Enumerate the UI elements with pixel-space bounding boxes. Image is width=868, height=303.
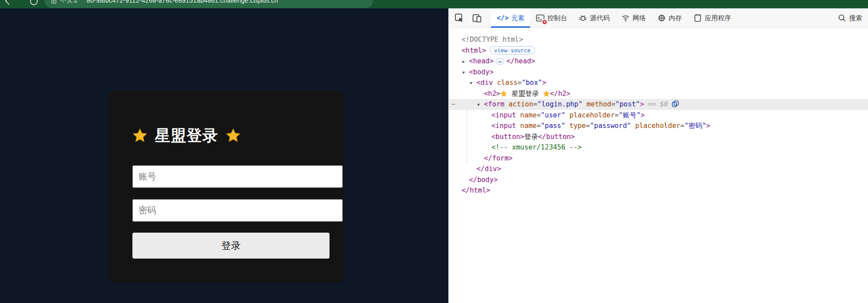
token-tag: > [640, 100, 644, 108]
twisty-down-icon[interactable]: ▼ [462, 67, 469, 78]
star-icon [500, 90, 507, 98]
console-error-badge: ✕ [542, 19, 548, 25]
code-line[interactable]: </body> [449, 175, 868, 186]
tab-label: 源代码 [590, 14, 610, 22]
tab-label: 应用程序 [705, 14, 731, 22]
twisty-down-icon[interactable]: ▼ [477, 99, 484, 110]
token-tag: </button> [538, 133, 575, 141]
token-comment: <!-- xmuser/123456 --> [491, 143, 582, 151]
twisty-down-icon[interactable]: ▼ [470, 78, 476, 89]
tab-elements[interactable]: </>元素 [491, 8, 530, 28]
token-val: "login.php" [537, 100, 582, 108]
code-line[interactable]: <!DOCTYPE html> [449, 34, 868, 45]
reload-icon[interactable] [29, 0, 39, 6]
code-line[interactable]: </div> [449, 164, 868, 175]
token-tag: <h2> [484, 90, 500, 98]
password-input[interactable] [132, 199, 343, 222]
twisty-right-icon[interactable]: ▶ [462, 56, 469, 67]
indent-guide [467, 110, 467, 163]
login-box: 星盟登录 登录 [109, 91, 344, 283]
token-attr: type [565, 122, 586, 130]
tab-label: 控制台 [547, 14, 567, 22]
token-eq: = [537, 111, 541, 119]
token-eq: = [611, 100, 615, 108]
code-line[interactable]: <html>view-source [449, 45, 868, 56]
token-doctype: <!DOCTYPE html> [461, 36, 523, 44]
dom-tree: <!DOCTYPE html><html>view-source▶<head>…… [449, 28, 868, 196]
back-icon[interactable] [3, 0, 12, 6]
token-tag: > [542, 79, 546, 87]
code-line[interactable]: ▼<div class="box"> [449, 77, 868, 88]
page-title-text: 星盟登录 [155, 125, 218, 146]
token-tag: </head> [506, 57, 535, 65]
token-tag: </body> [469, 176, 498, 184]
token-tag: <body> [469, 68, 494, 76]
browser-address-bar: 不安全 80-9afbc472-9112-4268-a78c-e89151ab4… [0, 0, 868, 8]
tab-application[interactable]: 应用程序 [688, 8, 737, 28]
code-line[interactable]: </html> [449, 185, 868, 196]
token-attr: class [493, 79, 517, 87]
token-tag: > [641, 111, 645, 119]
site-info-icon[interactable] [51, 0, 57, 4]
token-val: "账号" [619, 111, 641, 119]
code-line[interactable]: <button>登录</button> [449, 131, 868, 142]
tab-search[interactable]: 搜索 [832, 8, 868, 28]
console-icon: ✕ [536, 14, 545, 22]
token-eq: = [586, 122, 590, 130]
token-tag: <div [476, 79, 493, 87]
token-tag: <form [484, 100, 505, 108]
code-line[interactable]: ⋯▼<form action="login.php" method="post"… [449, 99, 868, 110]
token-attr: placeholder [631, 122, 680, 130]
page-title: 星盟登录 [132, 127, 344, 144]
code-line[interactable]: <input name="pass" type="password" place… [449, 120, 868, 131]
network-icon [621, 14, 630, 22]
code-line[interactable]: <h2> 星盟登录 </h2> [449, 88, 868, 99]
code-line[interactable]: <!-- xmuser/123456 --> [449, 142, 868, 153]
device-toolbar-icon[interactable] [468, 8, 486, 28]
tab-label: 元素 [511, 14, 524, 22]
token-eq: = [517, 79, 521, 87]
inspect-element-icon[interactable] [450, 8, 468, 28]
token-val: "user" [541, 111, 565, 119]
code-line[interactable]: ▼<body> [449, 67, 868, 78]
token-tag: </html> [461, 186, 490, 194]
tab-console[interactable]: ✕控制台 [530, 8, 573, 28]
token-tag: <button> [491, 133, 524, 141]
search-icon [838, 14, 846, 22]
token-tag: </h2> [550, 90, 571, 98]
url-text: 80-9afbc472-9112-4268-a78c-e89151ab4861.… [87, 0, 278, 4]
security-label: 不安全 [60, 0, 79, 4]
sources-icon [579, 14, 587, 22]
token-text: 星盟登录 [507, 90, 543, 98]
view-source-badge[interactable]: view-source [490, 46, 535, 55]
token-eq: = [537, 122, 541, 130]
token-eq: = [615, 111, 619, 119]
token-tag: > [706, 122, 710, 130]
token-tag: <head> [469, 57, 494, 65]
login-button[interactable]: 登录 [132, 233, 330, 259]
token-attr: name [516, 111, 537, 119]
more-actions-dots[interactable]: ⋯ [451, 99, 456, 110]
token-val: "box" [522, 79, 542, 87]
tab-label: 网络 [633, 14, 646, 22]
star-icon [543, 90, 550, 98]
tab-sources[interactable]: 源代码 [573, 8, 615, 28]
inline-expand-button[interactable]: … [496, 58, 504, 65]
devtools-tabs: </>元素✕控制台源代码网络内存应用程序搜索 [491, 8, 868, 28]
elements-icon: </> [497, 14, 509, 22]
token-attr: name [516, 122, 537, 130]
token-val: "pass" [541, 122, 565, 130]
username-input[interactable] [132, 165, 343, 188]
token-tag: </div> [476, 165, 501, 173]
tab-memory[interactable]: 内存 [652, 8, 688, 28]
tab-network[interactable]: 网络 [615, 8, 652, 28]
url-bar[interactable]: 不安全 80-9afbc472-9112-4268-a78c-e89151ab4… [44, 0, 373, 8]
code-line[interactable]: ▶<head>…</head> [449, 56, 868, 67]
code-line[interactable]: <input name="user" placeholder="账号"> [449, 110, 868, 121]
memory-icon [657, 14, 666, 22]
token-eq: = [680, 122, 684, 130]
token-eq: = [533, 100, 537, 108]
tab-label: 搜索 [849, 14, 862, 22]
page-viewport: 星盟登录 登录 [0, 8, 448, 303]
code-line[interactable]: </form> [449, 153, 868, 164]
